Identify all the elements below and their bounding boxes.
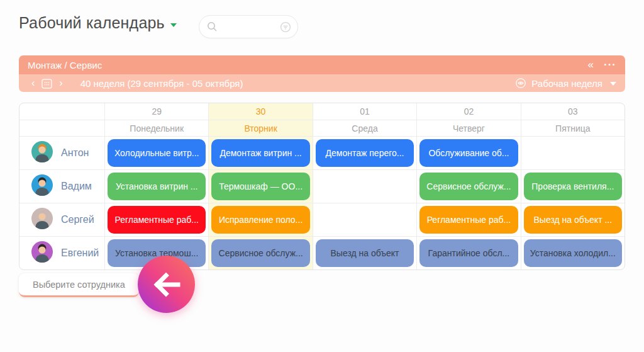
- event-pill[interactable]: Термошкаф — ОО...: [211, 173, 309, 200]
- calendar-icon[interactable]: [41, 77, 53, 89]
- day-date-header: 01: [313, 103, 416, 120]
- day-name-header: Понедельник: [104, 120, 208, 136]
- event-pill[interactable]: Обслуживание об...: [419, 139, 518, 167]
- day-cell: Проверка вентиля...: [521, 170, 625, 203]
- day-name-header: Вторник: [208, 120, 312, 136]
- day-cell: Регламентные раб...: [416, 203, 520, 236]
- next-week-button[interactable]: ›: [55, 77, 66, 89]
- day-cell: Обслуживание об...: [416, 137, 520, 169]
- event-pill[interactable]: Установка витрин ...: [108, 173, 206, 200]
- filter-icon[interactable]: [280, 21, 291, 33]
- day-cell: Установка витрин ...: [104, 170, 208, 203]
- arrow-left-icon: [150, 268, 183, 301]
- employee-cell[interactable]: Сергей: [19, 203, 104, 236]
- page-title: Рабочий календарь: [19, 14, 165, 32]
- employee-name: Сергей: [61, 214, 94, 225]
- employee-avatar: [31, 241, 53, 265]
- employee-row: АнтонХолодильные витр...Демонтаж витрин …: [19, 136, 625, 169]
- more-menu-icon[interactable]: ···: [604, 59, 616, 71]
- employee-cell[interactable]: Вадим: [19, 170, 104, 203]
- day-cell: Исправление поло...: [208, 203, 312, 236]
- week-label: 40 неделя (29 сентября - 05 октября): [80, 78, 243, 89]
- day-cell: Демонтаж перего...: [313, 137, 416, 169]
- day-cell: Выезд на объект: [313, 237, 416, 270]
- view-mode-label: Рабочая неделя: [531, 78, 602, 89]
- day-cell: Сервисное обслуж...: [208, 237, 312, 270]
- schedule-band: Монтаж / Сервис « ··· ‹ › 40 неделя (29 …: [19, 55, 625, 92]
- day-cell: Демонтаж витрин ...: [208, 137, 312, 169]
- select-employee-button[interactable]: Выберите сотрудника: [19, 273, 139, 297]
- day-cell: Регламентные раб...: [104, 203, 208, 236]
- day-cell: [313, 170, 416, 203]
- event-pill[interactable]: Регламентные раб...: [419, 206, 518, 234]
- day-cell: Выезд на объект ...: [521, 203, 625, 236]
- event-pill[interactable]: Выезд на объект: [316, 239, 414, 267]
- collapse-icon[interactable]: «: [588, 59, 592, 71]
- day-name-header: Среда: [313, 120, 416, 136]
- employee-cell[interactable]: Антон: [19, 137, 104, 169]
- employee-row: ЕвгенийУстановка термош...Сервисное обсл…: [19, 236, 625, 270]
- section-bar: Монтаж / Сервис « ···: [19, 55, 625, 74]
- event-pill[interactable]: Исправление поло...: [211, 206, 309, 234]
- day-cell: Сервисное обслуж...: [416, 170, 520, 203]
- employee-cell[interactable]: Евгений: [19, 237, 104, 270]
- page-header: Рабочий календарь: [19, 14, 177, 32]
- event-pill[interactable]: Сервисное обслуж...: [419, 173, 518, 200]
- employee-row: ВадимУстановка витрин ...Термошкаф — ОО.…: [19, 169, 625, 203]
- chevron-down-icon: [610, 82, 616, 86]
- event-pill[interactable]: Установка холодил...: [524, 239, 622, 267]
- day-cell: Гарантийное обсл...: [416, 237, 520, 270]
- employee-avatar: [31, 141, 53, 165]
- employee-name: Антон: [61, 147, 89, 159]
- grid-corner: [19, 103, 104, 120]
- event-pill[interactable]: Выезд на объект ...: [524, 206, 622, 234]
- day-name-header: Четверг: [416, 120, 520, 136]
- eye-icon: [515, 77, 526, 89]
- event-pill[interactable]: Сервисное обслуж...: [211, 239, 309, 267]
- work-calendar-page: Рабочий календарь Монтаж / Сервис « ··· …: [0, 0, 644, 352]
- calendar-grid: 2930010203ПонедельникВторникСредаЧетверг…: [19, 103, 625, 270]
- day-date-header: 29: [104, 103, 208, 120]
- employee-name: Евгений: [61, 247, 99, 259]
- section-title: Монтаж / Сервис: [28, 60, 102, 71]
- day-name-header: Пятница: [521, 120, 625, 136]
- day-cell: Термошкаф — ОО...: [208, 170, 312, 203]
- event-pill[interactable]: Проверка вентиля...: [524, 173, 622, 200]
- search-box[interactable]: [199, 15, 298, 38]
- day-cell: Холодильные витр...: [104, 137, 208, 169]
- date-header-row: 2930010203: [19, 103, 625, 120]
- employee-avatar: [31, 208, 53, 232]
- prev-week-button[interactable]: ‹: [28, 77, 38, 89]
- employee-name: Вадим: [61, 181, 92, 192]
- day-cell: [521, 137, 625, 169]
- day-name-header-row: ПонедельникВторникСредаЧетвергПятница: [19, 120, 625, 136]
- week-nav-bar: ‹ › 40 неделя (29 сентября - 05 октября)…: [19, 74, 625, 92]
- day-cell: [313, 203, 416, 236]
- day-date-header: 30: [208, 103, 312, 120]
- event-pill[interactable]: Регламентные раб...: [108, 206, 206, 234]
- tutorial-cursor-highlight[interactable]: [138, 256, 195, 313]
- search-icon: [207, 21, 218, 32]
- employee-row: СергейРегламентные раб...Исправление пол…: [19, 203, 625, 236]
- view-mode-selector[interactable]: Рабочая неделя: [515, 77, 616, 89]
- event-pill[interactable]: Демонтаж витрин ...: [211, 139, 309, 167]
- day-date-header: 02: [416, 103, 520, 120]
- grid-corner: [19, 120, 104, 136]
- employee-avatar: [31, 174, 53, 198]
- event-pill[interactable]: Холодильные витр...: [108, 139, 206, 167]
- event-pill[interactable]: Гарантийное обсл...: [419, 239, 518, 267]
- chevron-down-icon[interactable]: [170, 23, 177, 27]
- event-pill[interactable]: Демонтаж перего...: [316, 139, 414, 167]
- day-date-header: 03: [521, 103, 625, 120]
- search-input[interactable]: [218, 22, 280, 32]
- day-cell: Установка холодил...: [521, 237, 625, 270]
